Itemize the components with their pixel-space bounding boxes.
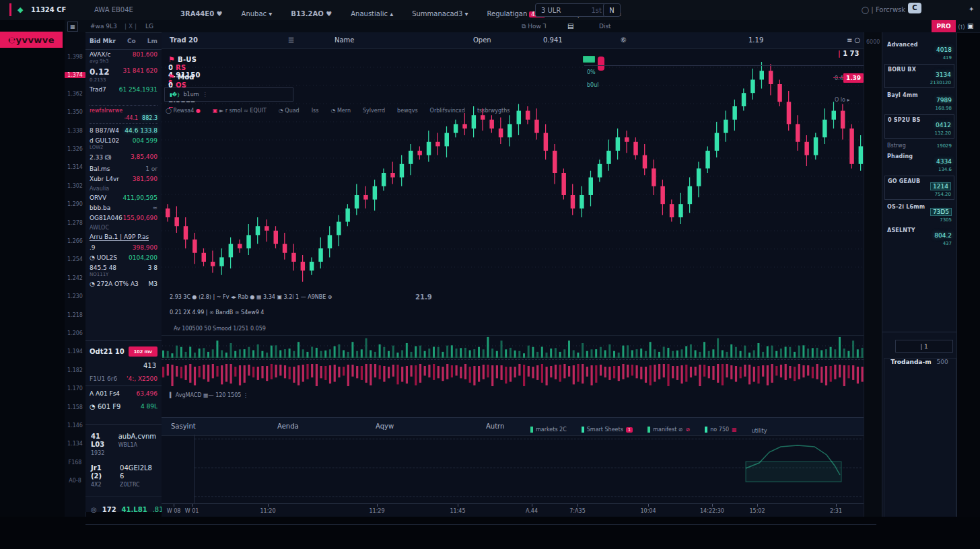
- candlestick-chart[interactable]: [162, 47, 864, 296]
- buy-button[interactable]: 102 mv: [129, 346, 158, 357]
- watchlist-row[interactable]: Trad761 254,1931: [85, 84, 162, 94]
- watchlist-row[interactable]: ◔ UOL2S0104,200: [85, 252, 162, 262]
- watchlist-row[interactable]: ◔ 272A OT% A3M3: [85, 279, 162, 289]
- watchlist-row[interactable]: .9398,900: [85, 242, 162, 252]
- indicator-legend-2[interactable]: 0.21 2X 4.99 | ∞ BandB ∞ S4ew9 4: [170, 309, 264, 316]
- left-rail: [0, 20, 65, 525]
- menu-item-2[interactable]: B13.2AO ♥: [291, 10, 332, 17]
- tab-pro[interactable]: PRO: [932, 20, 956, 32]
- tab-extra[interactable]: ⑴: [958, 23, 965, 32]
- orders-filter-badge-1[interactable]: Smart Sheets 1: [582, 427, 633, 433]
- chart-header-col[interactable]: 0.941: [543, 36, 563, 44]
- rp-row-5: Phading4334134.6: [882, 151, 956, 174]
- chart-header-col[interactable]: ⑥: [621, 36, 627, 44]
- axis-label: W 08: [167, 508, 181, 514]
- axis-hint: | 1 73: [838, 50, 860, 58]
- star-icon[interactable]: ✦: [969, 5, 974, 13]
- equity-curve-overlay: [740, 441, 848, 484]
- layout-icon[interactable]: ▤: [567, 22, 573, 30]
- menu-item-4[interactable]: Summanacad3 ▾: [412, 10, 468, 17]
- ticker-label[interactable]: 11324 CF: [31, 6, 66, 14]
- axis-label: 10:04: [640, 508, 656, 514]
- watchlist-row[interactable]: Bal.ms1 or: [85, 163, 162, 174]
- axis-label: 15:02: [749, 508, 765, 514]
- menu-item-1[interactable]: Anubac ▾: [242, 10, 273, 17]
- account-label[interactable]: AWA EB04E: [94, 6, 133, 14]
- menu-item-0[interactable]: 3RA44E0 ♥: [180, 10, 223, 17]
- watchlist-row[interactable]: d GUL102LOW2004 599: [85, 135, 162, 151]
- dist-label[interactable]: Dist: [599, 23, 611, 30]
- search-input[interactable]: 3 ULR 1st: [535, 3, 608, 17]
- orders-col[interactable]: Aenda: [277, 423, 299, 430]
- indicator-legend-3: Av 100500 50 Smood 1/251 0.059: [174, 326, 266, 332]
- hotkey-button[interactable]: N: [603, 3, 621, 17]
- axis-label: A.44: [526, 508, 538, 514]
- watchlist-panel: Bid Mkr Co Lm AVAX/cavg 9h3801,6000.120.…: [85, 32, 162, 425]
- watchlist-row[interactable]: ORVV411,90,595: [85, 192, 162, 203]
- orders-filter-badge-3[interactable]: no 750 ▦: [705, 427, 736, 433]
- axis-tick: [836, 504, 837, 507]
- grid-view-icon[interactable]: ▦: [67, 22, 78, 32]
- price-level: 1.278: [65, 220, 85, 226]
- price-level: 1.266: [65, 238, 85, 244]
- rp-row-3: 0 SP2U BS0412132.20: [884, 114, 954, 139]
- chat-icon[interactable]: ▣: [967, 22, 973, 30]
- panel-gutter: 6000: [864, 32, 882, 517]
- marker-pct: 0%: [587, 69, 596, 75]
- orders-filter-badge-0[interactable]: markets 2C: [530, 427, 567, 433]
- volume-pane[interactable]: [162, 336, 864, 359]
- chart-header-col[interactable]: ☰: [288, 36, 294, 44]
- watchlist-row[interactable]: 0.120.213331 841 620: [85, 65, 162, 84]
- how-link[interactable]: ⧉ How ⅂: [522, 23, 547, 30]
- orders-filter-badge-2[interactable]: manifest ⊘ ⊘: [648, 427, 690, 433]
- hotkey-label: N: [609, 7, 614, 14]
- orders-col[interactable]: Sasyint: [171, 423, 196, 430]
- watchlist-row[interactable]: 845.5 48NO111Y3 8: [85, 262, 162, 279]
- amount-input[interactable]: | 1: [895, 340, 953, 353]
- axis-tick: [174, 504, 174, 507]
- market-stats-panel: Advanced4018419BORU BX31342130120Bayl 4m…: [882, 32, 957, 517]
- axis-tick: [757, 504, 758, 507]
- axis-tick: [712, 504, 713, 507]
- app-icon[interactable]: C: [908, 3, 921, 13]
- price-level: 1.194: [65, 349, 85, 355]
- rp-row-2: Bayl 4mm7989168.98: [882, 89, 956, 113]
- forums-link[interactable]: ◯ | Forcrwsk: [862, 6, 905, 14]
- orders-col[interactable]: Autrn: [486, 423, 504, 430]
- chart-header-col[interactable]: ≡ ○: [847, 36, 860, 44]
- chart-header-col[interactable]: Open: [473, 36, 491, 44]
- orders-col[interactable]: Aqyw: [376, 423, 394, 430]
- watchlist-col-last: Lm: [147, 38, 158, 44]
- oscillator-pane[interactable]: [162, 361, 864, 392]
- watchlist-row[interactable]: Arru Ba.1 | A9P P.as: [85, 231, 162, 242]
- macd-legend[interactable]: ▍ AvgMACD ▦— 120 1505 ⋮: [170, 392, 248, 398]
- time-axis[interactable]: W 08W 0111:2011:2911:45A.447:A3510:0414:…: [162, 503, 864, 517]
- rp-section: Bstrwg19029: [882, 140, 956, 151]
- watchlist-row[interactable]: OG81A046155,90,690: [85, 213, 162, 223]
- watchlist-row[interactable]: AVAX/cavg 9h3801,600: [85, 49, 162, 65]
- chart-header-col[interactable]: 1.19: [748, 36, 763, 44]
- ohlc-legend[interactable]: 2.93 3C ● ⟨2.8⟩ | ~ Fv ◂▸ Rab ● ▦ 3.34 ▣…: [170, 294, 332, 300]
- watchlist-row[interactable]: Xubr L4vr381,590: [85, 174, 162, 184]
- watchlist-row[interactable]: 8 B87/W444.6 133.8: [85, 125, 162, 135]
- watchlist-rows: AVAX/cavg 9h3801,6000.120.213331 841 620…: [85, 49, 162, 340]
- orders-header: SasyintAendaAqywAutrnmarkets 2CSmart She…: [162, 417, 864, 436]
- axis-label: 7:A35: [569, 508, 585, 514]
- stats-row: Jr1 (2)4X2 04GEl2L8 6Z0LTRC: [85, 456, 162, 488]
- order-qty: 413: [85, 358, 162, 371]
- watchlist-row[interactable]: 2.33 ⑶3,85,400: [85, 151, 162, 163]
- chart-header-col[interactable]: Name: [335, 36, 355, 44]
- orders-filter-badge-4[interactable]: utility: [752, 428, 767, 434]
- accent-bar: [9, 3, 11, 16]
- order-row3-label: A A01 Fs4: [90, 390, 120, 398]
- bottom-hairline: [85, 524, 876, 525]
- axis-tick: [578, 504, 578, 507]
- menu-item-3[interactable]: Anaustialic ▴: [351, 10, 393, 17]
- watchlist-row[interactable]: bbb.ba≈: [85, 203, 162, 213]
- chart-header-col[interactable]: Trad 20: [170, 36, 198, 44]
- price-level: A0-8: [65, 478, 85, 484]
- brand-logo[interactable]: ℮yvvwve: [0, 32, 63, 48]
- price-level: 1.218: [65, 312, 85, 318]
- account-stats-panel: 41 L031932 aubA,cvnmWBL1A Jr1 (2)4X2 04G…: [85, 424, 162, 512]
- order-row2-label: F1U1 6r6: [90, 375, 117, 383]
